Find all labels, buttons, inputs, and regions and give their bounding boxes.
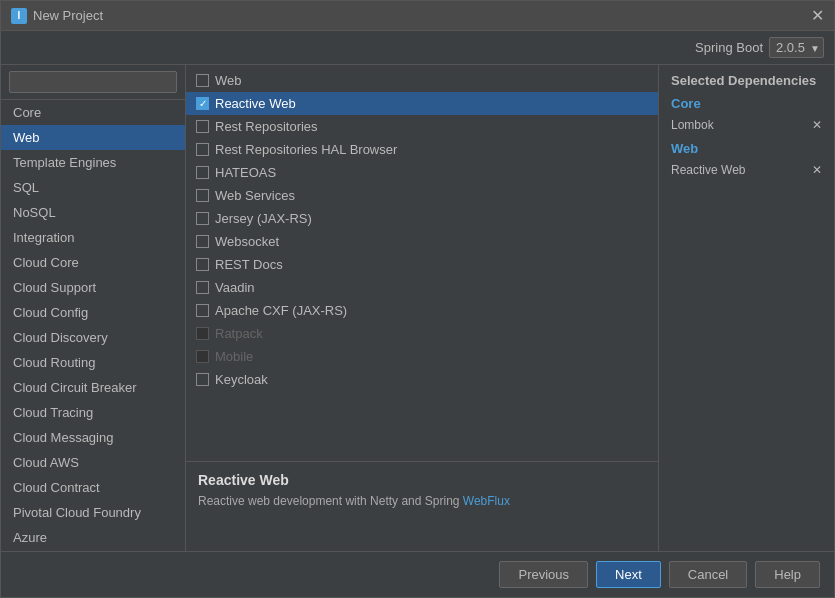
dep-label-jersey: Jersey (JAX-RS) — [215, 211, 312, 226]
dep-label-rest-hal: Rest Repositories HAL Browser — [215, 142, 397, 157]
dep-label-keycloak: Keycloak — [215, 372, 268, 387]
dep-checkbox-hateoas[interactable] — [196, 166, 209, 179]
sidebar-item-cloud-tracing[interactable]: Cloud Tracing — [1, 400, 185, 425]
dep-checkbox-rest-repos[interactable] — [196, 120, 209, 133]
footer: Previous Next Cancel Help — [1, 551, 834, 597]
dep-item-rest-docs[interactable]: REST Docs — [186, 253, 658, 276]
dep-checkbox-rest-hal[interactable] — [196, 143, 209, 156]
dep-label-mobile: Mobile — [215, 349, 253, 364]
sidebar-item-pivotal[interactable]: Pivotal Cloud Foundry — [1, 500, 185, 525]
dep-item-rest-repos[interactable]: Rest Repositories — [186, 115, 658, 138]
right-panel: Selected Dependencies Core Lombok ✕ Web … — [659, 65, 834, 551]
dep-checkbox-web[interactable] — [196, 74, 209, 87]
description-box: Reactive Web Reactive web development wi… — [186, 461, 658, 551]
dep-item-apache-cxf[interactable]: Apache CXF (JAX-RS) — [186, 299, 658, 322]
dependencies-list: Web ✓ Reactive Web Rest Repositories Res… — [186, 65, 658, 461]
description-title: Reactive Web — [198, 472, 646, 488]
dep-item-keycloak[interactable]: Keycloak — [186, 368, 658, 391]
sidebar-item-template[interactable]: Template Engines — [1, 150, 185, 175]
sidebar-item-cloud-config[interactable]: Cloud Config — [1, 300, 185, 325]
help-button[interactable]: Help — [755, 561, 820, 588]
dep-item-mobile: Mobile — [186, 345, 658, 368]
dep-item-vaadin[interactable]: Vaadin — [186, 276, 658, 299]
selected-dep-reactive-web-label: Reactive Web — [671, 163, 745, 177]
middle-panel: Web ✓ Reactive Web Rest Repositories Res… — [186, 65, 659, 551]
selected-dep-lombok-label: Lombok — [671, 118, 714, 132]
content-area: Core Web Template Engines SQL NoSQL Inte… — [1, 65, 834, 551]
dialog: I New Project ✕ Spring Boot 2.0.5 2.0.4 … — [0, 0, 835, 598]
dialog-title: New Project — [33, 8, 103, 23]
close-button[interactable]: ✕ — [811, 8, 824, 24]
sidebar-item-cloud-discovery[interactable]: Cloud Discovery — [1, 325, 185, 350]
dep-label-hateoas: HATEOAS — [215, 165, 276, 180]
spring-boot-label: Spring Boot — [695, 40, 763, 55]
sidebar-item-web[interactable]: Web — [1, 125, 185, 150]
dep-label-websocket: Websocket — [215, 234, 279, 249]
dep-item-ratpack: Ratpack — [186, 322, 658, 345]
dep-item-reactive-web[interactable]: ✓ Reactive Web — [186, 92, 658, 115]
sidebar-item-integration[interactable]: Integration — [1, 225, 185, 250]
description-text: Reactive web development with Netty and … — [198, 492, 646, 510]
sidebar-item-cloud-support[interactable]: Cloud Support — [1, 275, 185, 300]
cancel-button[interactable]: Cancel — [669, 561, 747, 588]
sidebar-item-cloud-core[interactable]: Cloud Core — [1, 250, 185, 275]
sidebar-item-cloud-routing[interactable]: Cloud Routing — [1, 350, 185, 375]
description-body: Reactive web development with Netty and … — [198, 494, 463, 508]
dep-checkbox-ratpack — [196, 327, 209, 340]
dep-checkbox-web-services[interactable] — [196, 189, 209, 202]
sidebar-item-cloud-messaging[interactable]: Cloud Messaging — [1, 425, 185, 450]
description-link[interactable]: WebFlux — [463, 494, 510, 508]
previous-button[interactable]: Previous — [499, 561, 588, 588]
header-bar: Spring Boot 2.0.5 2.0.4 2.1.0 ▼ — [1, 31, 834, 65]
app-icon: I — [11, 8, 27, 24]
selected-dependencies-title: Selected Dependencies — [671, 73, 822, 88]
dep-item-hateoas[interactable]: HATEOAS — [186, 161, 658, 184]
dep-checkbox-mobile — [196, 350, 209, 363]
search-input[interactable] — [9, 71, 177, 93]
dep-item-jersey[interactable]: Jersey (JAX-RS) — [186, 207, 658, 230]
dep-checkbox-keycloak[interactable] — [196, 373, 209, 386]
dep-label-rest-repos: Rest Repositories — [215, 119, 318, 134]
sidebar-item-azure[interactable]: Azure — [1, 525, 185, 550]
dep-item-web[interactable]: Web — [186, 69, 658, 92]
sidebar-item-nosql[interactable]: NoSQL — [1, 200, 185, 225]
selected-dep-lombok: Lombok ✕ — [671, 115, 822, 135]
left-panel: Core Web Template Engines SQL NoSQL Inte… — [1, 65, 186, 551]
dep-checkbox-vaadin[interactable] — [196, 281, 209, 294]
dep-item-rest-hal[interactable]: Rest Repositories HAL Browser — [186, 138, 658, 161]
sidebar-item-cloud-aws[interactable]: Cloud AWS — [1, 450, 185, 475]
dep-label-vaadin: Vaadin — [215, 280, 255, 295]
dep-item-websocket[interactable]: Websocket — [186, 230, 658, 253]
next-button[interactable]: Next — [596, 561, 661, 588]
title-bar: I New Project ✕ — [1, 1, 834, 31]
sidebar-item-cloud-contract[interactable]: Cloud Contract — [1, 475, 185, 500]
search-box — [1, 65, 185, 100]
spring-boot-select-wrapper[interactable]: 2.0.5 2.0.4 2.1.0 ▼ — [769, 37, 824, 58]
dep-checkbox-reactive-web[interactable]: ✓ — [196, 97, 209, 110]
section-title-core: Core — [671, 96, 822, 111]
dep-label-rest-docs: REST Docs — [215, 257, 283, 272]
spring-boot-select[interactable]: 2.0.5 2.0.4 2.1.0 — [769, 37, 824, 58]
selected-dep-reactive-web: Reactive Web ✕ — [671, 160, 822, 180]
dep-checkbox-rest-docs[interactable] — [196, 258, 209, 271]
section-title-web: Web — [671, 141, 822, 156]
dep-label-web: Web — [215, 73, 242, 88]
dep-label-ratpack: Ratpack — [215, 326, 263, 341]
dep-checkbox-apache-cxf[interactable] — [196, 304, 209, 317]
sidebar-item-core[interactable]: Core — [1, 100, 185, 125]
dep-label-apache-cxf: Apache CXF (JAX-RS) — [215, 303, 347, 318]
dep-checkbox-websocket[interactable] — [196, 235, 209, 248]
dep-checkbox-jersey[interactable] — [196, 212, 209, 225]
dep-label-web-services: Web Services — [215, 188, 295, 203]
categories-list: Core Web Template Engines SQL NoSQL Inte… — [1, 100, 185, 551]
remove-lombok-button[interactable]: ✕ — [812, 118, 822, 132]
dep-label-reactive-web: Reactive Web — [215, 96, 296, 111]
sidebar-item-cloud-circuit[interactable]: Cloud Circuit Breaker — [1, 375, 185, 400]
sidebar-item-sql[interactable]: SQL — [1, 175, 185, 200]
dep-item-web-services[interactable]: Web Services — [186, 184, 658, 207]
remove-reactive-web-button[interactable]: ✕ — [812, 163, 822, 177]
